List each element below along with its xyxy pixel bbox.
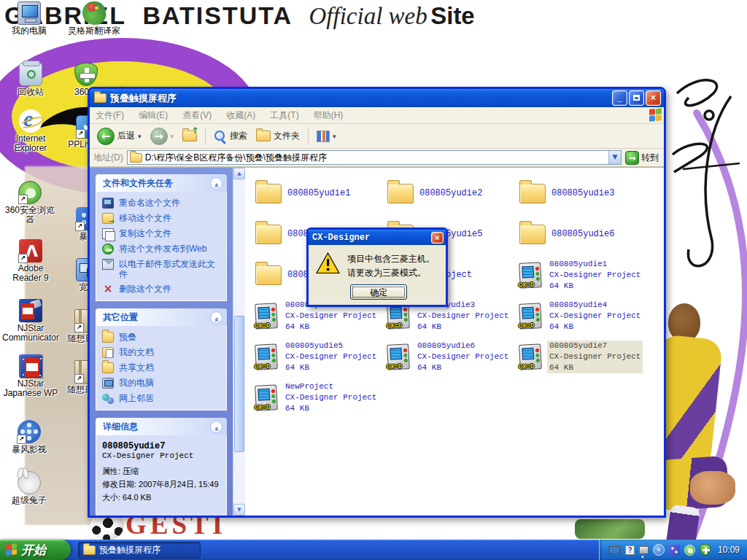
task-email-file[interactable]: 以电子邮件形式发送此文件 xyxy=(102,259,222,279)
collapse-chevron-icon[interactable]: » xyxy=(210,421,222,433)
desktop-icon-adobe-reader[interactable]: Adobe Reader 9 xyxy=(3,239,58,283)
search-button[interactable]: 搜索 xyxy=(211,128,250,144)
task-move-file[interactable]: 移动这个文件 xyxy=(102,213,222,224)
file-size: 64 KB xyxy=(547,281,643,292)
task-publish-file[interactable]: 将这个文件发布到Web xyxy=(102,244,222,254)
desktop-icon-360-browser[interactable]: 360安全浏览器 xyxy=(1,181,58,225)
hide-icons-chevron-icon[interactable]: ‹ xyxy=(653,544,665,556)
details-header[interactable]: 详细信息 » xyxy=(96,418,227,435)
cx-designer-icon xyxy=(387,343,410,370)
njstar-japanese-icon xyxy=(19,354,42,378)
internet-explorer-icon xyxy=(19,109,42,133)
desktop-icon-super-rabbit[interactable]: 超级兔子 xyxy=(4,471,54,505)
place-shared-documents[interactable]: 共享文档 xyxy=(102,362,222,373)
address-dropdown-button[interactable]: ▼ xyxy=(608,151,621,164)
cx-designer-dialog: CX-Designer × 项目中包含三菱主机。 请更改为三菱模式。 确定 xyxy=(306,228,448,307)
minimize-button[interactable]: _ xyxy=(612,90,627,106)
antivirus-tray-icon[interactable] xyxy=(684,545,695,556)
folder-tile[interactable]: 080805yudie3 xyxy=(515,173,646,214)
desktop-icon-label: Internet Explorer xyxy=(4,134,57,153)
file-size: 64 KB xyxy=(415,362,511,373)
menu-edit[interactable]: 编辑(E) xyxy=(139,109,168,122)
desktop-icon-internet-explorer[interactable]: Internet Explorer xyxy=(4,109,57,153)
details-file-name: 080805yudie7 xyxy=(102,441,222,451)
collapse-chevron-icon[interactable]: » xyxy=(210,177,222,190)
desktop-icon-my-computer[interactable]: 我的电脑 xyxy=(4,1,55,36)
scroll-down-button[interactable]: ▼ xyxy=(233,504,245,516)
place-yudie[interactable]: 预叠 xyxy=(102,332,222,343)
desktop-icon-njstar-japanese[interactable]: NJStar Japanese WP xyxy=(0,354,61,398)
language-bar-icon[interactable] xyxy=(639,546,649,554)
address-combo[interactable]: D:\程序\保全B区程序备份\预叠\预叠触摸屏程序 ▼ xyxy=(127,150,622,165)
desktop-icon-lingoes[interactable]: 灵格斯翻译家 xyxy=(58,1,130,36)
title-bar[interactable]: 预叠触摸屏程序 _ × xyxy=(90,89,664,107)
back-label: 后退 xyxy=(117,130,135,142)
project-tile[interactable]: 080805yudie4CX-Designer Project64 KB xyxy=(515,295,646,336)
scroll-up-button[interactable]: ▲ xyxy=(233,168,245,179)
desktop-icon-njstar-communicator[interactable]: NJStar Communicator xyxy=(0,299,61,343)
project-tile[interactable]: 080805yudie1CX-Designer Project64 KB xyxy=(515,254,646,295)
file-type: CX-Designer Project xyxy=(547,311,643,322)
project-tile[interactable]: 080805yudie6CX-Designer Project64 KB xyxy=(383,336,515,377)
start-button[interactable]: 开始 xyxy=(0,540,71,560)
folder-tile[interactable]: 080805yudie6 xyxy=(515,214,646,254)
ok-button[interactable]: 确定 xyxy=(350,284,407,300)
rabbit-icon xyxy=(18,471,41,494)
njstar-icon xyxy=(19,299,42,322)
folder-tile[interactable]: 080805yudie2 xyxy=(383,173,515,214)
project-tile[interactable]: 080805yudie5CX-Designer Project64 KB xyxy=(251,336,383,377)
folder-icon xyxy=(255,225,282,244)
dialog-close-button[interactable]: × xyxy=(431,232,444,244)
place-label: 我的电脑 xyxy=(119,378,154,388)
media-player-tray-icon[interactable] xyxy=(669,545,680,556)
task-label: 以电子邮件形式发送此文件 xyxy=(119,259,222,279)
taskbar-task-explorer[interactable]: 预叠触摸屏程序 xyxy=(78,542,201,559)
back-button[interactable]: ← 后退 ▾ xyxy=(94,126,144,147)
place-my-documents[interactable]: 我的文档 xyxy=(102,347,222,358)
project-tile-selected[interactable]: 080805yudie7CX-Designer Project64 KB xyxy=(515,336,646,377)
desktop-icon-recycle-bin[interactable]: 回收站 xyxy=(7,63,54,97)
keyboard-icon[interactable] xyxy=(608,546,621,554)
go-button[interactable]: → 转到 xyxy=(625,151,660,165)
file-name: 080805yudie4 xyxy=(547,300,643,311)
close-button[interactable]: × xyxy=(646,90,661,106)
help-icon[interactable]: ? xyxy=(625,545,635,555)
dialog-title-bar[interactable]: CX-Designer × xyxy=(309,230,446,245)
address-path[interactable]: D:\程序\保全B区程序备份\预叠\预叠触摸屏程序 xyxy=(145,152,608,164)
place-network[interactable]: 网上邻居 xyxy=(102,393,222,404)
menu-favorites[interactable]: 收藏(A) xyxy=(226,109,255,122)
menu-help[interactable]: 帮助(H) xyxy=(314,109,344,122)
menu-file[interactable]: 文件(F) xyxy=(96,109,124,122)
up-button[interactable] xyxy=(179,129,200,143)
views-button[interactable]: ▾ xyxy=(314,129,339,144)
go-arrow-icon: → xyxy=(625,151,639,165)
forward-button[interactable]: → ▾ xyxy=(147,126,177,147)
project-tile[interactable]: NewProjectCX-Designer Project64 KB xyxy=(251,377,383,418)
scrollbar-track[interactable] xyxy=(233,179,245,504)
desktop-icon-label: 360安全浏览器 xyxy=(1,206,58,225)
folder-tile[interactable]: 080805yudie1 xyxy=(251,173,383,214)
menu-tools[interactable]: 工具(T) xyxy=(270,109,298,122)
folders-button[interactable]: 文件夹 xyxy=(253,128,303,144)
menu-view[interactable]: 查看(V) xyxy=(182,109,212,122)
toolbar-separator xyxy=(308,128,309,145)
delete-x-icon: × xyxy=(102,284,114,295)
folder-icon xyxy=(519,184,546,203)
other-places-header[interactable]: 其它位置 » xyxy=(96,308,227,326)
taskbar: 开始 预叠触摸屏程序 ? ‹ 10:09 xyxy=(0,540,747,560)
task-delete-file[interactable]: ×删除这个文件 xyxy=(102,284,222,295)
maximize-button[interactable] xyxy=(629,90,644,106)
explorer-bar-scrollbar[interactable]: ▲ ▼ xyxy=(233,168,245,516)
place-my-computer[interactable]: 我的电脑 xyxy=(102,378,222,389)
folder-icon xyxy=(519,225,546,244)
file-tasks-header[interactable]: 文件和文件夹任务 » xyxy=(96,174,227,192)
task-copy-file[interactable]: 复制这个文件 xyxy=(102,228,222,239)
other-places-section: 其它位置 » 预叠 我的文档 共享文档 我的电脑 网上邻居 xyxy=(96,308,227,411)
scrollbar-thumb[interactable] xyxy=(234,316,244,452)
window-client-area: 文件和文件夹任务 » 重命名这个文件 移动这个文件 复制这个文件 将这个文件发布… xyxy=(90,167,664,516)
desktop-icon-storm-video[interactable]: 暴风影视 xyxy=(4,420,54,454)
collapse-chevron-icon[interactable]: » xyxy=(210,311,222,324)
task-rename-file[interactable]: 重命名这个文件 xyxy=(102,198,222,209)
file-type: CX-Designer Project xyxy=(547,270,643,281)
shield-tray-icon[interactable] xyxy=(700,544,711,556)
